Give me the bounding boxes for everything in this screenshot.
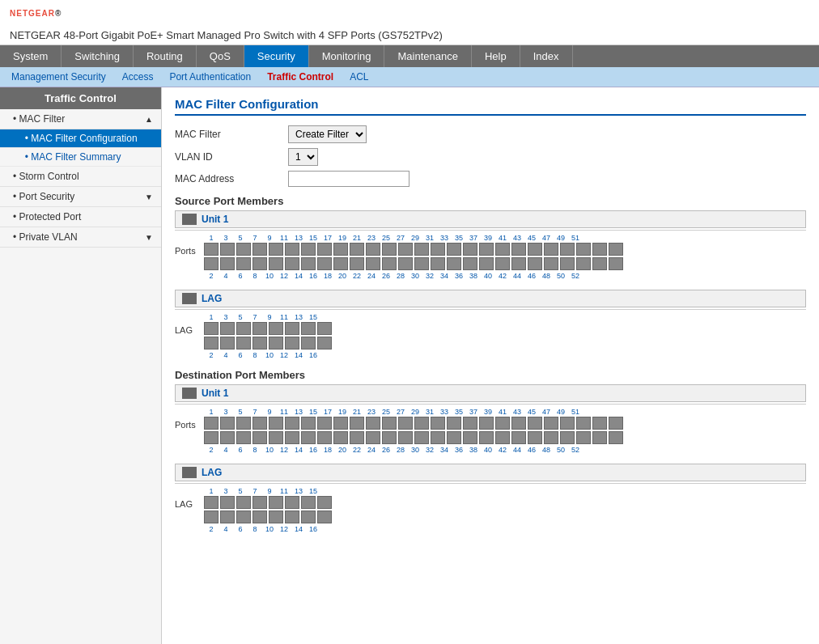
port-box[interactable] — [560, 431, 575, 444]
port-box[interactable] — [204, 417, 219, 430]
port-box[interactable] — [236, 243, 251, 256]
port-box[interactable] — [366, 257, 380, 270]
port-box[interactable] — [301, 496, 316, 509]
port-box[interactable] — [463, 243, 477, 256]
port-box[interactable] — [236, 496, 251, 509]
port-box[interactable] — [236, 337, 251, 350]
port-box[interactable] — [301, 417, 316, 430]
port-box[interactable] — [220, 243, 235, 256]
sub-management-security[interactable]: Management Security — [6, 70, 111, 84]
port-box[interactable] — [317, 511, 332, 523]
port-box[interactable] — [495, 257, 510, 270]
port-box[interactable] — [252, 322, 267, 335]
port-box[interactable] — [528, 417, 542, 430]
port-box[interactable] — [544, 243, 558, 256]
port-box[interactable] — [463, 417, 477, 430]
port-box[interactable] — [592, 243, 607, 256]
vlan-id-select[interactable]: 1 — [288, 148, 318, 166]
port-box[interactable] — [511, 431, 526, 444]
mac-filter-select[interactable]: Create Filter — [288, 125, 367, 143]
port-box[interactable] — [414, 257, 429, 270]
sidebar-item-mac-filter-config[interactable]: • MAC Filter Configuration — [0, 129, 161, 148]
port-box[interactable] — [269, 431, 283, 444]
sub-access[interactable]: Access — [117, 70, 159, 84]
port-box[interactable] — [382, 431, 397, 444]
sidebar-item-mac-filter-summary[interactable]: • MAC Filter Summary — [0, 148, 161, 167]
port-box[interactable] — [333, 417, 348, 430]
port-box[interactable] — [528, 257, 542, 270]
port-box[interactable] — [204, 257, 219, 270]
port-box[interactable] — [220, 417, 235, 430]
port-box[interactable] — [317, 496, 332, 509]
port-box[interactable] — [301, 431, 316, 444]
port-box[interactable] — [495, 243, 510, 256]
port-box[interactable] — [285, 417, 299, 430]
port-box[interactable] — [528, 431, 542, 444]
port-box[interactable] — [269, 337, 283, 350]
nav-routing[interactable]: Routing — [134, 45, 197, 67]
port-box[interactable] — [269, 417, 283, 430]
port-box[interactable] — [560, 257, 575, 270]
port-box[interactable] — [317, 417, 332, 430]
port-box[interactable] — [252, 431, 267, 444]
port-box[interactable] — [447, 431, 461, 444]
port-box[interactable] — [479, 257, 494, 270]
port-box[interactable] — [398, 257, 413, 270]
port-box[interactable] — [220, 257, 235, 270]
port-box[interactable] — [269, 243, 283, 256]
port-box[interactable] — [382, 243, 397, 256]
nav-switching[interactable]: Switching — [62, 45, 134, 67]
port-box[interactable] — [285, 257, 299, 270]
port-box[interactable] — [592, 431, 607, 444]
port-box[interactable] — [382, 257, 397, 270]
port-box[interactable] — [366, 243, 380, 256]
port-box[interactable] — [236, 322, 251, 335]
nav-qos[interactable]: QoS — [197, 45, 244, 67]
port-box[interactable] — [576, 257, 591, 270]
port-box[interactable] — [414, 417, 429, 430]
port-box[interactable] — [528, 243, 542, 256]
port-box[interactable] — [301, 322, 316, 335]
port-box[interactable] — [252, 337, 267, 350]
port-box[interactable] — [350, 431, 364, 444]
port-box[interactable] — [398, 431, 413, 444]
port-box[interactable] — [317, 431, 332, 444]
port-box[interactable] — [269, 322, 283, 335]
port-box[interactable] — [252, 417, 267, 430]
port-box[interactable] — [609, 417, 623, 430]
port-box[interactable] — [447, 417, 461, 430]
port-box[interactable] — [204, 496, 219, 509]
sidebar-item-private-vlan[interactable]: • Private VLAN ▼ — [0, 227, 161, 248]
port-box[interactable] — [609, 243, 623, 256]
port-box[interactable] — [414, 431, 429, 444]
port-box[interactable] — [398, 243, 413, 256]
nav-help[interactable]: Help — [472, 45, 520, 67]
port-box[interactable] — [447, 257, 461, 270]
sidebar-item-port-security[interactable]: • Port Security ▼ — [0, 187, 161, 207]
port-box[interactable] — [236, 417, 251, 430]
port-box[interactable] — [576, 243, 591, 256]
port-box[interactable] — [220, 337, 235, 350]
port-box[interactable] — [479, 243, 494, 256]
port-box[interactable] — [576, 431, 591, 444]
port-box[interactable] — [301, 243, 316, 256]
port-box[interactable] — [236, 431, 251, 444]
port-box[interactable] — [333, 257, 348, 270]
port-box[interactable] — [285, 243, 299, 256]
nav-maintenance[interactable]: Maintenance — [384, 45, 471, 67]
port-box[interactable] — [252, 257, 267, 270]
sidebar-item-protected-port[interactable]: • Protected Port — [0, 207, 161, 227]
port-box[interactable] — [285, 431, 299, 444]
port-box[interactable] — [382, 417, 397, 430]
sidebar-item-storm-control[interactable]: • Storm Control — [0, 167, 161, 187]
port-box[interactable] — [236, 257, 251, 270]
port-box[interactable] — [366, 417, 380, 430]
port-box[interactable] — [301, 257, 316, 270]
port-box[interactable] — [511, 417, 526, 430]
port-box[interactable] — [609, 431, 623, 444]
port-box[interactable] — [220, 431, 235, 444]
port-box[interactable] — [285, 511, 299, 523]
mac-address-input[interactable] — [288, 171, 410, 187]
sub-acl[interactable]: ACL — [345, 70, 373, 84]
port-box[interactable] — [463, 431, 477, 444]
